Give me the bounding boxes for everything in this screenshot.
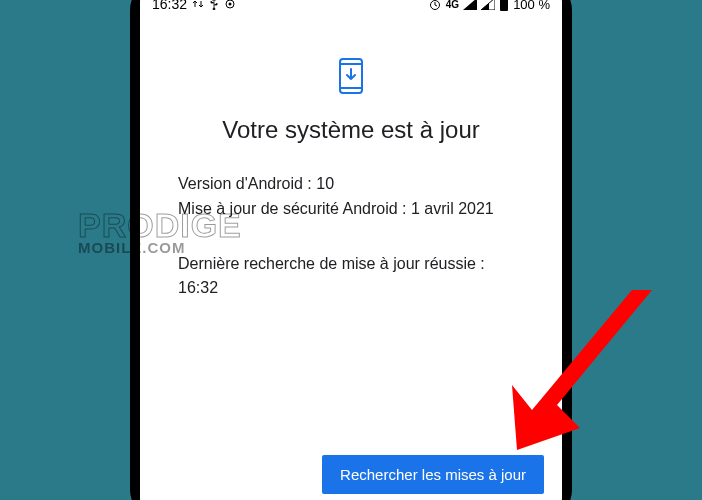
alarm-icon (428, 0, 442, 11)
svg-point-1 (229, 3, 232, 6)
battery-icon (499, 0, 509, 11)
network-type: 4G (446, 0, 459, 10)
phone-frame: 16:32 4G (130, 0, 572, 500)
security-patch: Mise à jour de sécurité Android : 1 avri… (178, 197, 524, 222)
svg-rect-3 (500, 0, 508, 11)
notification-icon (225, 0, 235, 9)
phone-screen: 16:32 4G (140, 0, 562, 500)
phone-update-icon (337, 58, 365, 98)
status-bar: 16:32 4G (140, 0, 562, 18)
last-check-time: 16:32 (178, 276, 524, 301)
page-title: Votre système est à jour (164, 116, 538, 144)
status-time: 16:32 (152, 0, 187, 12)
check-updates-button[interactable]: Rechercher les mises à jour (322, 455, 544, 494)
battery-percent: 100 % (513, 0, 550, 12)
system-info: Version d'Android : 10 Mise à jour de sé… (164, 172, 538, 301)
usb-icon (209, 0, 219, 10)
signal-icon-2 (481, 0, 495, 10)
android-version: Version d'Android : 10 (178, 172, 524, 197)
last-check-label: Dernière recherche de mise à jour réussi… (178, 252, 524, 277)
signal-icon (463, 0, 477, 10)
update-content: Votre système est à jour Version d'Andro… (140, 18, 562, 361)
data-activity-icon (193, 0, 203, 9)
